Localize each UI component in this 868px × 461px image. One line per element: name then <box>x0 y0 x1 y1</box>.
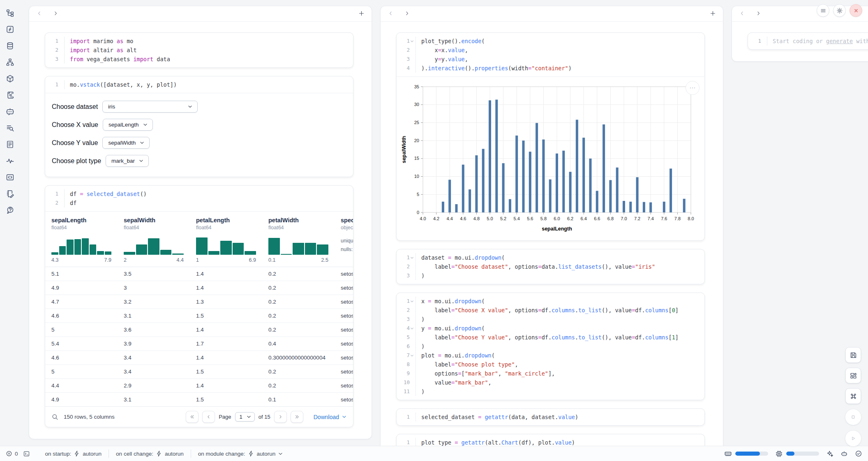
table-cell: 3.1 <box>118 393 190 406</box>
table-row[interactable]: 4.931.40.2setosa <box>45 281 353 295</box>
column-histogram[interactable] <box>124 236 184 255</box>
table-cell: 1.4 <box>190 281 262 295</box>
first-page-button[interactable] <box>186 411 199 423</box>
sidebar-tracing-button[interactable] <box>4 154 16 167</box>
column-header-sepalWidth[interactable]: sepalWidth float64 24.4 <box>118 212 190 267</box>
column-header-petalWidth[interactable]: petalWidth float64 0.12.5 <box>262 212 335 267</box>
code-editor[interactable]: dataset = mo.ui.dropdown( label="Choose … <box>416 253 655 280</box>
sidebar-variables-button[interactable] <box>4 23 16 35</box>
y-value-select[interactable]: sepalWidth <box>102 137 150 149</box>
shutdown-button[interactable] <box>850 4 862 17</box>
table-row[interactable]: 53.61.40.2setosa <box>45 323 353 337</box>
sidebar-datasources-button[interactable] <box>4 39 16 52</box>
sidebar-outline-button[interactable] <box>4 122 16 134</box>
table-cell: 1.5 <box>190 393 262 406</box>
terminal-button[interactable] <box>23 450 30 457</box>
notebook-actions <box>817 4 862 17</box>
sidebar-ai-chat-button[interactable] <box>4 105 16 118</box>
search-icon <box>51 413 58 420</box>
fold-chevron-icon[interactable] <box>410 256 414 260</box>
table-row[interactable]: 5.13.51.40.2setosa <box>45 267 353 281</box>
cell-dataframe[interactable]: 12df = selected_dataset()df sepalLength … <box>45 185 353 427</box>
connection-status-button[interactable] <box>855 450 862 457</box>
page-count-label: of 15 <box>259 414 270 420</box>
column-histogram[interactable] <box>196 236 256 255</box>
fold-chevron-icon[interactable] <box>410 39 414 44</box>
code-editor[interactable]: x = mo.ui.dropdown( label="Choose X valu… <box>416 297 679 396</box>
page-select[interactable]: 1 <box>235 412 255 422</box>
on-cell-change-setting[interactable]: on cell change: autorun <box>108 449 191 458</box>
cell-xy-plot-dropdowns[interactable]: 1234567891011x = mo.ui.dropdown( label="… <box>396 293 705 400</box>
layout-button[interactable] <box>845 368 861 383</box>
add-column-button[interactable] <box>708 9 717 18</box>
save-button[interactable] <box>845 347 861 363</box>
fold-chevron-icon[interactable] <box>410 299 414 304</box>
code-editor[interactable]: selected_dataset = getattr(data, dataset… <box>416 413 578 422</box>
download-button[interactable]: Download <box>314 414 347 420</box>
on-module-change-setting[interactable]: on module change: autorun <box>191 449 291 458</box>
sidebar-documentation-button[interactable] <box>4 138 16 150</box>
ai-assistant-button[interactable] <box>840 450 848 457</box>
scroll-column-left-button[interactable] <box>386 10 395 18</box>
column-header-species[interactable]: species objectunique:nulls: <box>335 212 353 267</box>
code-editor[interactable]: import marimo as moimport altair as altf… <box>65 37 170 64</box>
code-editor[interactable]: df = selected_dataset()df <box>65 189 147 207</box>
code-editor[interactable]: mo.vstack([dataset, x, y, plot]) <box>65 80 177 89</box>
table-cell: 5 <box>45 323 118 337</box>
table-row[interactable]: 4.42.91.40.2setosa <box>45 379 353 393</box>
cell-dataset-dropdown[interactable]: 123dataset = mo.ui.dropdown( label="Choo… <box>396 249 705 284</box>
keyboard-shortcuts-button[interactable] <box>845 388 861 404</box>
plot-type-select[interactable]: mark_bar <box>106 155 149 167</box>
sidebar-scratchpad-button[interactable] <box>4 187 16 200</box>
table-search-button[interactable] <box>51 413 58 420</box>
column-header-petalLength[interactable]: petalLength float64 16.9 <box>190 212 262 267</box>
next-page-button[interactable] <box>274 411 287 423</box>
menu-button[interactable] <box>817 4 829 17</box>
prev-page-button[interactable] <box>202 411 215 423</box>
run-button[interactable] <box>845 430 861 447</box>
stop-button[interactable] <box>845 409 861 425</box>
column-histogram[interactable] <box>268 236 328 255</box>
cell-vstack[interactable]: 1mo.vstack([dataset, x, y, plot]) Choose… <box>45 76 353 177</box>
sidebar-help-button[interactable] <box>4 204 16 216</box>
code-editor[interactable]: plot_type = getattr(alt.Chart(df), plot.… <box>416 438 575 446</box>
sidebar-packages-button[interactable] <box>4 72 16 85</box>
column-histogram[interactable] <box>51 236 111 255</box>
chart-actions-button[interactable] <box>686 81 699 95</box>
last-page-button[interactable] <box>291 411 303 423</box>
column-header-sepalLength[interactable]: sepalLength float64 4.37.9 <box>45 212 118 267</box>
fold-chevron-icon[interactable] <box>410 326 414 331</box>
generate-with-ai-link[interactable]: generate <box>826 38 853 44</box>
ai-copilot-button[interactable] <box>826 450 833 457</box>
table-row[interactable]: 4.93.11.50.1setosa <box>45 393 353 406</box>
table-row[interactable]: 4.63.11.50.2setosa <box>45 309 353 323</box>
dataset-select[interactable]: iris <box>102 101 198 113</box>
on-startup-setting[interactable]: on startup: autorun <box>38 449 109 458</box>
sidebar-file-explorer-button[interactable] <box>4 7 16 19</box>
x-value-select[interactable]: sepalLength <box>103 119 153 131</box>
errors-button[interactable]: 0 <box>6 450 18 457</box>
table-row[interactable]: 4.63.41.40.30000000000000004setosa <box>45 351 353 365</box>
scroll-column-left-button[interactable] <box>738 10 746 18</box>
fold-chevron-icon[interactable] <box>410 353 414 358</box>
settings-button[interactable] <box>833 4 846 17</box>
table-row[interactable]: 53.41.50.2setosa <box>45 365 353 379</box>
sidebar-snippets-button[interactable] <box>4 171 16 183</box>
scroll-column-right-button[interactable] <box>51 10 60 18</box>
scroll-column-right-button[interactable] <box>403 10 411 18</box>
cell-imports[interactable]: 123import marimo as moimport altair as a… <box>45 32 353 68</box>
scroll-column-left-button[interactable] <box>35 10 43 18</box>
cell-empty-scratch[interactable]: 1 Start coding or generate with AI <box>748 32 868 50</box>
cell-placeholder[interactable]: Start coding or generate with AI <box>767 37 868 46</box>
sidebar-logs-button[interactable] <box>4 89 16 101</box>
cell-plot-type[interactable]: 1plot_type = getattr(alt.Chart(df), plot… <box>396 434 705 446</box>
table-row[interactable]: 4.73.21.30.2setosa <box>45 295 353 309</box>
cell-chart[interactable]: 1234plot_type().encode( x=x.value, y=y.v… <box>396 32 705 241</box>
sidebar-dependency-graph-button[interactable] <box>4 56 16 68</box>
table-row[interactable]: 5.43.91.70.4setosa <box>45 337 353 351</box>
altair-bar-chart[interactable]: 4.04.24.44.64.85.05.25.45.65.86.06.26.46… <box>400 81 702 235</box>
code-editor[interactable]: plot_type().encode( x=x.value, y=y.value… <box>416 37 572 73</box>
add-column-button[interactable] <box>357 9 366 18</box>
cell-selected-dataset[interactable]: 1selected_dataset = getattr(data, datase… <box>396 408 705 426</box>
scroll-column-right-button[interactable] <box>754 10 762 18</box>
